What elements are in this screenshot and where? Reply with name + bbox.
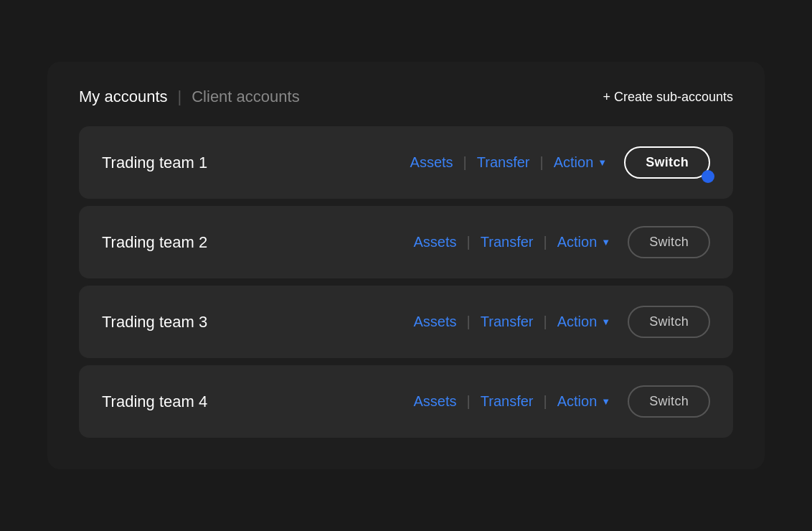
account-row-team2: Trading team 2 Assets | Transfer | Actio… xyxy=(79,206,733,278)
account-name-team1: Trading team 1 xyxy=(102,154,245,172)
switch-button-team2[interactable]: Switch xyxy=(628,226,710,258)
header-nav: My accounts | Client accounts xyxy=(79,88,300,106)
transfer-link-team4[interactable]: Transfer xyxy=(481,393,534,410)
account-name-team2: Trading team 2 xyxy=(102,233,245,252)
dropdown-arrow-team3: ▼ xyxy=(601,316,610,327)
dropdown-arrow-team2: ▼ xyxy=(601,237,610,248)
accounts-container: My accounts | Client accounts + Create s… xyxy=(47,62,765,469)
account-actions-team1: Assets | Transfer | Action ▼ Switch xyxy=(410,146,710,179)
sep2-team4: | xyxy=(544,393,547,410)
account-name-team3: Trading team 3 xyxy=(102,313,245,332)
action-dropdown-team1[interactable]: Action ▼ xyxy=(554,154,607,171)
assets-link-team3[interactable]: Assets xyxy=(414,314,457,330)
sep1-team4: | xyxy=(467,393,471,410)
action-dropdown-team2[interactable]: Action ▼ xyxy=(557,234,610,250)
account-actions-team2: Assets | Transfer | Action ▼ Switch xyxy=(414,226,710,258)
sep1-team2: | xyxy=(467,234,471,250)
transfer-link-team2[interactable]: Transfer xyxy=(481,234,534,250)
account-actions-team3: Assets | Transfer | Action ▼ Switch xyxy=(414,306,710,338)
account-row-team3: Trading team 3 Assets | Transfer | Actio… xyxy=(79,286,733,358)
switch-button-team3[interactable]: Switch xyxy=(628,306,710,338)
transfer-link-team1[interactable]: Transfer xyxy=(477,154,530,171)
transfer-link-team3[interactable]: Transfer xyxy=(481,314,534,330)
sep2-team1: | xyxy=(540,154,544,171)
account-row-team4: Trading team 4 Assets | Transfer | Actio… xyxy=(79,365,733,438)
my-accounts-tab[interactable]: My accounts xyxy=(79,88,168,106)
account-list: Trading team 1 Assets | Transfer | Actio… xyxy=(79,126,733,438)
dropdown-arrow-team4: ▼ xyxy=(601,396,610,407)
dropdown-arrow-team1: ▼ xyxy=(598,157,607,168)
switch-button-team1[interactable]: Switch xyxy=(624,146,710,179)
action-dropdown-team4[interactable]: Action ▼ xyxy=(557,393,610,410)
nav-divider: | xyxy=(178,88,182,106)
account-row-team1: Trading team 1 Assets | Transfer | Actio… xyxy=(79,126,733,199)
switch-button-team4[interactable]: Switch xyxy=(628,385,710,418)
active-indicator-team1 xyxy=(702,170,714,183)
sep2-team3: | xyxy=(544,314,547,330)
assets-link-team1[interactable]: Assets xyxy=(410,154,453,171)
page-header: My accounts | Client accounts + Create s… xyxy=(79,88,733,106)
sep1-team3: | xyxy=(467,314,471,330)
account-name-team4: Trading team 4 xyxy=(102,393,245,411)
sep1-team1: | xyxy=(463,154,467,171)
create-sub-accounts-button[interactable]: + Create sub-accounts xyxy=(603,90,733,105)
assets-link-team2[interactable]: Assets xyxy=(414,234,457,250)
client-accounts-tab[interactable]: Client accounts xyxy=(192,88,299,106)
sep2-team2: | xyxy=(544,234,547,250)
account-actions-team4: Assets | Transfer | Action ▼ Switch xyxy=(414,385,710,418)
assets-link-team4[interactable]: Assets xyxy=(414,393,457,410)
action-dropdown-team3[interactable]: Action ▼ xyxy=(557,314,610,330)
